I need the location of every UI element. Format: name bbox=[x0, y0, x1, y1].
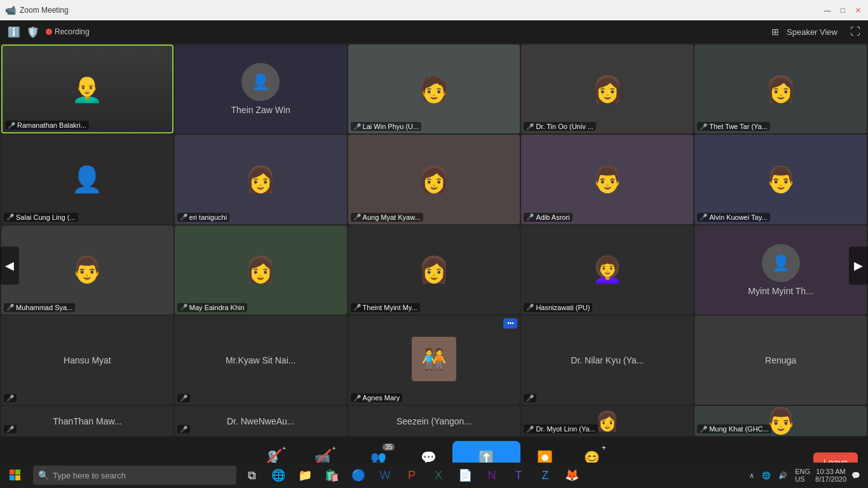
security-icon[interactable]: 🛡️ bbox=[27, 26, 39, 38]
participant-cell[interactable]: Dr. NweNweAu... 🎤 bbox=[175, 406, 347, 436]
participant-name-only: Mr.Kyaw Sit Nai... bbox=[175, 316, 347, 405]
top-bar-right: ⊞ Speaker View ⛶ bbox=[771, 26, 860, 37]
participant-name-only: 👤 Myint Myint Th... bbox=[695, 226, 867, 315]
title-bar-right: — □ ✕ bbox=[822, 5, 863, 15]
participant-name-only: ThanThan Maw... bbox=[1, 406, 173, 436]
participant-grid: 👨‍🦲 🎤 Ramanathan Balakri... 👤 Thein Zaw … bbox=[0, 43, 868, 437]
nav-previous-button[interactable]: ◀ bbox=[0, 247, 19, 285]
speaker-view-label[interactable]: Speaker View bbox=[787, 27, 837, 37]
participant-cell[interactable]: Mr.Kyaw Sit Nai... 🎤 bbox=[175, 316, 347, 405]
participant-cell[interactable]: Hansu Myat 🎤 bbox=[1, 316, 173, 405]
windows-taskbar: 🔍 Type here to search ⧉ 🌐 📁 🛍️ 🔵 W P X 📄… bbox=[0, 463, 868, 488]
more-options-button[interactable]: ••• bbox=[503, 318, 517, 329]
windows-explorer-icon[interactable]: 📁 bbox=[292, 463, 318, 488]
file-icon[interactable]: 📄 bbox=[452, 463, 478, 488]
mute-icon: 🎤 bbox=[526, 426, 534, 433]
participant-cell[interactable]: 👩 🎤 Theint Myint My... bbox=[348, 226, 520, 315]
volume-icon[interactable]: 🔊 bbox=[776, 470, 790, 481]
recording-label: Recording bbox=[55, 27, 90, 36]
notification-button[interactable]: 💬 bbox=[849, 470, 863, 481]
participant-cell[interactable]: Renuga bbox=[695, 316, 867, 405]
participant-cell[interactable]: ••• 🧑‍🤝‍🧑 🎤 Agnes Mary bbox=[348, 316, 520, 405]
mute-icon: 🎤 bbox=[180, 214, 187, 220]
store-icon[interactable]: 🛍️ bbox=[319, 463, 344, 488]
participant-cell[interactable]: 👩 🎤 Aung Myat Kyaw... bbox=[348, 135, 520, 224]
mute-icon: 🎤 bbox=[353, 395, 361, 402]
excel-icon[interactable]: X bbox=[426, 463, 451, 488]
participant-name: 🎤 Ramanathan Balakri... bbox=[5, 121, 89, 130]
participant-name: 🎤 Dr. Tin Oo (Univ ... bbox=[524, 122, 595, 131]
participant-name: 🎤 Lai Win Phyu (U... bbox=[351, 122, 422, 131]
powerpoint-icon[interactable]: P bbox=[399, 463, 424, 488]
mute-icon: 🎤 bbox=[526, 304, 534, 311]
participant-name: 🎤 Thet Twe Tar (Ya... bbox=[697, 122, 770, 131]
task-view-button[interactable]: ⧉ bbox=[239, 463, 264, 488]
mute-icon: 🎤 bbox=[353, 123, 361, 130]
fullscreen-icon[interactable]: ⛶ bbox=[850, 26, 860, 37]
participant-cell[interactable]: 👩 🎤 Dr. Myot Linn (Ya... bbox=[521, 406, 693, 436]
nav-next-button[interactable]: ▶ bbox=[849, 247, 868, 285]
search-placeholder: Type here to search bbox=[53, 471, 126, 480]
firefox-icon[interactable]: 🦊 bbox=[559, 463, 585, 488]
participant-cell[interactable]: Seezein (Yangon... bbox=[348, 406, 520, 436]
mute-icon: 🎤 bbox=[526, 123, 534, 130]
participant-cell[interactable]: ThanThan Maw... 🎤 bbox=[1, 406, 173, 436]
participant-name: 🎤 Theint Myint My... bbox=[351, 303, 420, 312]
taskbar-search-box[interactable]: 🔍 Type here to search bbox=[33, 466, 236, 485]
participant-cell[interactable]: 👩‍🦱 🎤 Hasnizawati (PU) bbox=[521, 226, 693, 315]
participant-cell[interactable]: 👨 🎤 Adib Asrori bbox=[521, 135, 693, 224]
mute-icon: 🎤 bbox=[6, 426, 14, 433]
participant-cell[interactable]: 👨 🎤 Alvin Kuowei Tay... bbox=[695, 135, 867, 224]
minimize-button[interactable]: — bbox=[822, 5, 832, 15]
participant-cell[interactable]: 👩 🎤 Thet Twe Tar (Ya... bbox=[695, 44, 867, 133]
participant-name: 🎤 bbox=[524, 394, 536, 402]
participant-cell[interactable]: 👩 🎤 Dr. Tin Oo (Univ ... bbox=[521, 44, 693, 133]
svg-rect-2 bbox=[10, 475, 15, 480]
svg-rect-1 bbox=[15, 470, 20, 475]
participant-name: 🎤 Alvin Kuowei Tay... bbox=[697, 213, 770, 222]
participant-cell[interactable]: 👤 Thein Zaw Win bbox=[175, 44, 347, 133]
onenote-icon[interactable]: N bbox=[479, 463, 505, 488]
teams-icon[interactable]: T bbox=[506, 463, 531, 488]
mute-icon: 🎤 bbox=[6, 304, 14, 311]
participant-name: 🎤 Muhammad Sya... bbox=[4, 303, 75, 312]
search-icon: 🔍 bbox=[38, 470, 49, 480]
participant-cell[interactable]: 👨 🎤 Mung Khat (GHC... bbox=[695, 406, 867, 436]
participant-name-only: Hansu Myat bbox=[1, 316, 173, 405]
participant-name: 🎤 Dr. Myot Linn (Ya... bbox=[524, 424, 597, 433]
participant-cell[interactable]: 👩 🎤 May Eaindra Khin bbox=[175, 226, 347, 315]
mute-icon: 🎤 bbox=[700, 426, 707, 433]
mute-icon: 🎤 bbox=[6, 214, 14, 220]
participant-cell[interactable]: 👤 Myint Myint Th... bbox=[695, 226, 867, 315]
tray-expand[interactable]: ∧ bbox=[747, 470, 757, 481]
participant-name: 🎤 bbox=[177, 425, 190, 433]
chrome-icon[interactable]: 🔵 bbox=[346, 463, 371, 488]
system-clock[interactable]: 10:33 AM 8/17/2020 bbox=[815, 468, 846, 483]
window-title: Zoom Meeting bbox=[20, 6, 69, 15]
word-icon[interactable]: W bbox=[372, 463, 398, 488]
participant-cell[interactable]: 🧑 🎤 Lai Win Phyu (U... bbox=[348, 44, 520, 133]
participant-name: 🎤 Mung Khat (GHC... bbox=[697, 424, 771, 433]
mute-icon: 🎤 bbox=[700, 214, 707, 220]
participant-name-only: Seezein (Yangon... bbox=[348, 406, 520, 436]
participant-cell[interactable]: 👨 🎤 Muhammad Sya... bbox=[1, 226, 173, 315]
edge-icon[interactable]: 🌐 bbox=[266, 463, 291, 488]
maximize-button[interactable]: □ bbox=[837, 5, 848, 15]
participant-cell[interactable]: 👤 🎤 Salai Cung Ling (... bbox=[1, 135, 173, 224]
start-button[interactable] bbox=[0, 463, 31, 488]
participant-cell[interactable]: 👨‍🦲 🎤 Ramanathan Balakri... bbox=[1, 44, 173, 133]
mute-icon: 🎤 bbox=[526, 214, 534, 220]
top-bar-left: ℹ️ 🛡️ Recording bbox=[8, 26, 90, 38]
mute-icon: 🎤 bbox=[180, 304, 187, 311]
zoom-taskbar-icon[interactable]: Z bbox=[532, 463, 558, 488]
mute-icon: 🎤 bbox=[353, 214, 361, 220]
participant-name: 🎤 bbox=[4, 394, 17, 402]
close-button[interactable]: ✕ bbox=[853, 5, 863, 15]
participant-cell[interactable]: Dr. Nilar Kyu (Ya... 🎤 bbox=[521, 316, 693, 405]
info-icon[interactable]: ℹ️ bbox=[8, 26, 20, 38]
network-icon[interactable]: 🌐 bbox=[759, 470, 773, 481]
system-tray: ∧ 🌐 🔊 ENG US 10:33 AM 8/17/2020 💬 bbox=[747, 466, 868, 484]
title-bar: 📹 Zoom Meeting — □ ✕ bbox=[0, 0, 868, 20]
participant-cell[interactable]: 👩 🎤 eri taniguchi bbox=[175, 135, 347, 224]
avatar: 👤 bbox=[762, 244, 800, 282]
